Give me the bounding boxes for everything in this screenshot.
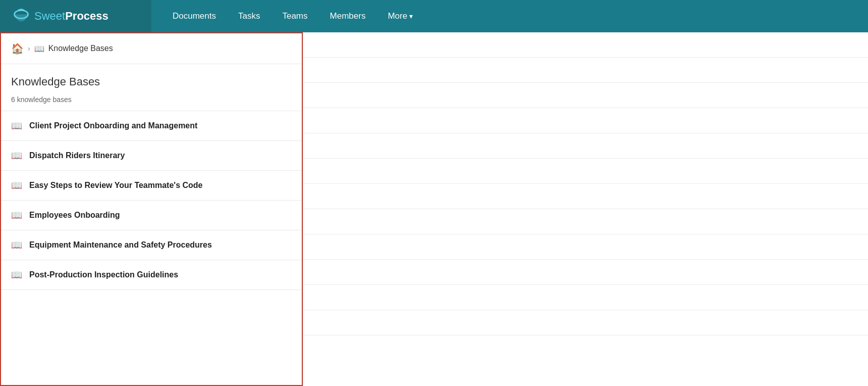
sweetprocess-logo-icon [12,7,30,25]
right-line [303,108,868,133]
section-header: Knowledge Bases [1,64,302,91]
left-panel: 🏠 › 📖 Knowledge Bases Knowledge Bases 6 … [0,32,303,386]
kb-list-item[interactable]: 📖 Employees Onboarding [1,201,302,230]
main-layout: 🏠 › 📖 Knowledge Bases Knowledge Bases 6 … [0,32,868,386]
nav-teams[interactable]: Teams [276,11,313,21]
nav-tasks[interactable]: Tasks [232,11,266,21]
nav-documents[interactable]: Documents [167,11,222,21]
kb-list-item[interactable]: 📖 Equipment Maintenance and Safety Proce… [1,230,302,260]
right-line [303,159,868,184]
kb-list: 📖 Client Project Onboarding and Manageme… [1,111,302,385]
kb-item-label: Equipment Maintenance and Safety Procedu… [29,240,212,250]
book-icon: 📖 [11,150,23,161]
right-line [303,310,868,335]
nav-links: Documents Tasks Teams Members More [151,11,434,21]
breadcrumb-label[interactable]: Knowledge Bases [48,44,113,53]
kb-list-item[interactable]: 📖 Client Project Onboarding and Manageme… [1,111,302,141]
right-panel [303,32,868,386]
right-line [303,58,868,83]
right-line [303,234,868,260]
kb-item-label: Easy Steps to Review Your Teammate's Cod… [29,181,202,190]
book-icon: 📖 [11,239,23,251]
right-line [303,133,868,159]
kb-item-label: Client Project Onboarding and Management [29,121,197,130]
right-line [303,83,868,108]
kb-item-label: Employees Onboarding [29,211,120,220]
right-line [303,285,868,310]
right-line [303,184,868,209]
breadcrumb-separator: › [28,44,30,53]
brand: SweetProcess [0,0,151,32]
kb-item-label: Post-Production Inspection Guidelines [29,270,178,279]
section-count: 6 knowledge bases [1,91,302,111]
kb-list-item[interactable]: 📖 Post-Production Inspection Guidelines [1,260,302,290]
right-panel-lines [303,32,868,335]
kb-item-label: Dispatch Riders Itinerary [29,151,125,160]
breadcrumb-kb-icon: 📖 [34,44,44,54]
book-icon: 📖 [11,120,23,131]
section-title: Knowledge Bases [11,75,292,88]
breadcrumb: 🏠 › 📖 Knowledge Bases [1,33,302,64]
brand-name: SweetProcess [34,10,108,23]
right-line [303,209,868,234]
kb-list-item[interactable]: 📖 Easy Steps to Review Your Teammate's C… [1,171,302,201]
navbar: SweetProcess Documents Tasks Teams Membe… [0,0,868,32]
right-line [303,32,868,58]
book-icon: 📖 [11,180,23,191]
book-icon: 📖 [11,210,23,221]
home-icon[interactable]: 🏠 [11,42,24,55]
nav-more[interactable]: More [382,11,419,21]
right-line [303,260,868,285]
kb-list-item[interactable]: 📖 Dispatch Riders Itinerary [1,141,302,171]
book-icon: 📖 [11,269,23,280]
nav-members[interactable]: Members [324,11,372,21]
